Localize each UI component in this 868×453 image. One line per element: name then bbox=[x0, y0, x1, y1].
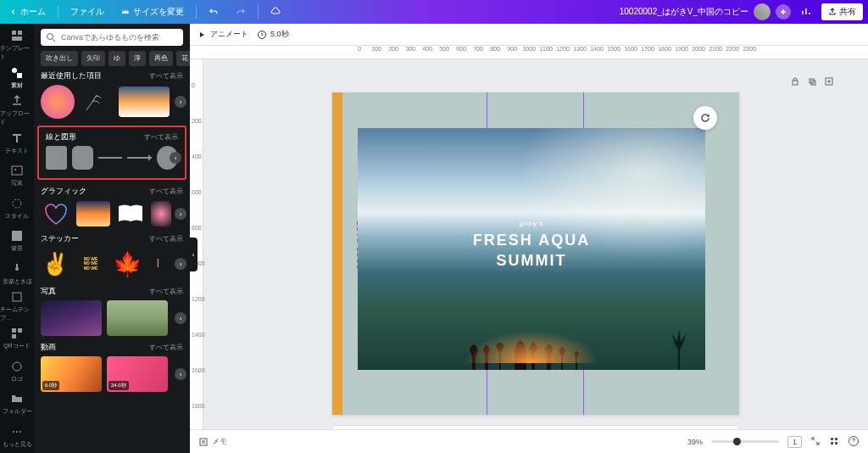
add-page-button[interactable] bbox=[824, 76, 834, 89]
rail-team[interactable]: チームテンプ... bbox=[0, 290, 34, 322]
row-next[interactable]: › bbox=[175, 258, 186, 270]
rail-logo[interactable]: ロゴ bbox=[0, 355, 34, 388]
photo-thumb[interactable] bbox=[41, 300, 102, 336]
duplicate-button[interactable] bbox=[807, 76, 817, 89]
svg-point-3 bbox=[12, 68, 17, 73]
shape-arrow-line[interactable] bbox=[127, 157, 152, 159]
search-box[interactable] bbox=[41, 29, 183, 46]
row-next[interactable]: › bbox=[175, 368, 186, 380]
memo-button[interactable]: メモ bbox=[198, 436, 227, 447]
redo-button[interactable] bbox=[231, 2, 251, 22]
rail-label: 音楽ときほ bbox=[3, 277, 32, 286]
chip[interactable]: 淳 bbox=[129, 51, 146, 66]
rail-style[interactable]: スタイル bbox=[0, 192, 34, 224]
row-next[interactable]: › bbox=[170, 152, 181, 164]
rail-text[interactable]: テキスト bbox=[0, 126, 34, 159]
grid-view-button[interactable] bbox=[829, 436, 839, 448]
undo-button[interactable] bbox=[203, 2, 224, 22]
regenerate-button[interactable] bbox=[693, 106, 717, 130]
sticker-peace[interactable]: ✌️ bbox=[41, 248, 70, 280]
thumb-gradient[interactable] bbox=[41, 85, 75, 119]
shape-rounded[interactable] bbox=[72, 146, 93, 170]
thumb-blur[interactable] bbox=[151, 201, 171, 226]
side-panel: 吹き出し 矢印 ゆ 淳 再色 花 › 最近使用した項目すべて表示 › 線と図形す… bbox=[34, 24, 190, 453]
see-all-link[interactable]: すべて表示 bbox=[144, 133, 178, 142]
chip[interactable]: 吹き出し bbox=[41, 51, 78, 66]
animate-button[interactable]: アニメート bbox=[197, 29, 248, 40]
folder-icon bbox=[10, 392, 24, 405]
thumb-sunset[interactable] bbox=[76, 201, 110, 226]
thumb-book[interactable] bbox=[115, 201, 146, 226]
doc-title[interactable]: 10020002_はがきV_中国のコピー bbox=[620, 6, 748, 18]
rail-more[interactable]: もっと見る bbox=[0, 421, 34, 453]
share-label: 共有 bbox=[839, 6, 856, 18]
video-thumb[interactable]: 6.0秒 bbox=[41, 356, 102, 392]
thumb-heart[interactable] bbox=[41, 200, 71, 227]
chip[interactable]: ゆ bbox=[108, 51, 125, 66]
see-all-link[interactable]: すべて表示 bbox=[149, 72, 183, 81]
silhouettes bbox=[358, 319, 705, 370]
fullscreen-button[interactable] bbox=[810, 436, 821, 448]
thumb-branch[interactable] bbox=[80, 85, 114, 119]
sticker-badge[interactable]: ND WEND WEND WE bbox=[75, 248, 107, 280]
zoom-slider[interactable] bbox=[711, 440, 779, 443]
collapse-panel-button[interactable]: ‹ bbox=[189, 238, 198, 271]
rail-audio[interactable]: 音楽ときほ bbox=[0, 257, 34, 289]
row-next[interactable]: › bbox=[175, 312, 186, 324]
topbar-right: 10020002_はがきV_中国のコピー 共有 bbox=[620, 2, 863, 22]
rail-qr[interactable]: QRコード bbox=[0, 322, 34, 355]
rail-folder[interactable]: フォルダー bbox=[0, 388, 34, 420]
sticker-worm[interactable]: ౹ bbox=[147, 249, 168, 279]
search-icon bbox=[46, 32, 56, 42]
cloud-button[interactable] bbox=[265, 2, 286, 22]
svg-rect-4 bbox=[17, 73, 22, 78]
spine: POST CARD bbox=[332, 92, 342, 415]
svg-rect-21 bbox=[793, 81, 798, 85]
home-button[interactable]: ホーム bbox=[5, 3, 51, 20]
zoom-label[interactable]: 39% bbox=[687, 438, 703, 446]
row-next[interactable]: › bbox=[175, 208, 186, 220]
rail-upload[interactable]: アップロード bbox=[0, 94, 34, 126]
row-next[interactable]: › bbox=[175, 96, 186, 108]
photo-thumb[interactable] bbox=[107, 300, 168, 336]
elements-icon bbox=[10, 66, 24, 80]
page-indicator[interactable]: 1 bbox=[787, 436, 802, 448]
search-input[interactable] bbox=[61, 33, 178, 42]
see-all-link[interactable]: すべて表示 bbox=[149, 288, 183, 296]
lock-button[interactable] bbox=[790, 76, 800, 89]
section-photos: 写真すべて表示 › bbox=[34, 287, 190, 343]
rail-bg[interactable]: 背景 bbox=[0, 225, 34, 257]
canvas-area: アニメート 5.0秒 01002003004005006007008009001… bbox=[190, 24, 868, 453]
shape-square[interactable] bbox=[46, 146, 67, 170]
help-button[interactable] bbox=[848, 435, 860, 449]
chip[interactable]: 矢印 bbox=[81, 51, 105, 66]
chip[interactable]: 花 bbox=[176, 51, 190, 66]
add-member-button[interactable] bbox=[776, 4, 791, 20]
see-all-link[interactable]: すべて表示 bbox=[149, 187, 183, 196]
share-button[interactable]: 共有 bbox=[821, 3, 863, 20]
canvas-scroll[interactable]: POST CARD gilby's FRESH AQUASUMMIT bbox=[203, 59, 868, 429]
file-button[interactable]: ファイル bbox=[65, 3, 109, 20]
chip[interactable]: 再色 bbox=[149, 51, 173, 66]
shape-line[interactable] bbox=[98, 157, 123, 159]
animate-label: アニメート bbox=[210, 29, 248, 40]
icon-rail: テンプレート 素材 アップロード テキスト 写真 スタイル 背景 音楽ときほ チ… bbox=[0, 24, 34, 453]
rail-templates[interactable]: テンプレート bbox=[0, 29, 34, 61]
template-icon bbox=[10, 29, 24, 42]
duration-button[interactable]: 5.0秒 bbox=[257, 29, 289, 40]
lock-icon bbox=[790, 76, 800, 87]
rail-photos[interactable]: 写真 bbox=[0, 159, 34, 192]
page-photo[interactable]: gilby's FRESH AQUASUMMIT bbox=[358, 128, 705, 370]
avatar[interactable] bbox=[754, 3, 771, 20]
cloud-icon bbox=[270, 6, 281, 18]
resize-button[interactable]: サイズを変更 bbox=[116, 3, 189, 20]
sticker-leaves[interactable]: 🍁 bbox=[112, 249, 142, 279]
video-thumb[interactable]: 24.0秒 bbox=[107, 356, 168, 392]
analytics-button[interactable] bbox=[796, 2, 816, 22]
see-all-link[interactable]: すべて表示 bbox=[149, 344, 183, 352]
thumb-photo[interactable] bbox=[119, 87, 170, 117]
rail-elements[interactable]: 素材 bbox=[0, 61, 34, 93]
divider bbox=[58, 5, 58, 19]
canvas-page[interactable]: POST CARD gilby's FRESH AQUASUMMIT bbox=[332, 92, 739, 415]
see-all-link[interactable]: すべて表示 bbox=[149, 235, 183, 243]
